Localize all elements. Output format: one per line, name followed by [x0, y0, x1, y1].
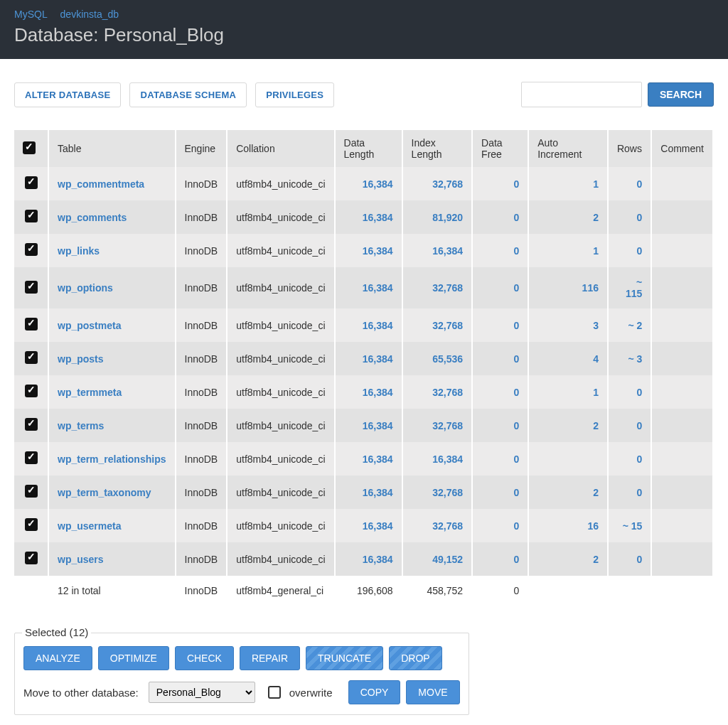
privileges-button[interactable]: PRIVILEGES	[255, 82, 334, 107]
totals-data-free: 0	[472, 576, 528, 606]
row-checkbox[interactable]	[25, 281, 38, 294]
cell-data-free: 0	[472, 476, 528, 509]
cell-collation: utf8mb4_unicode_ci	[227, 267, 334, 308]
col-rows[interactable]: Rows	[608, 130, 651, 167]
row-checkbox[interactable]	[25, 351, 38, 364]
cell-engine: InnoDB	[176, 342, 228, 375]
totals-engine: InnoDB	[176, 576, 228, 606]
cell-data-free: 0	[472, 308, 528, 342]
toolbar: ALTER DATABASE DATABASE SCHEMA PRIVILEGE…	[14, 82, 714, 107]
row-checkbox[interactable]	[25, 485, 38, 498]
table-name-link[interactable]: wp_usermeta	[58, 520, 121, 532]
selected-actions: ANALYZE OPTIMIZE CHECK REPAIR TRUNCATE D…	[23, 646, 460, 670]
table-name-link[interactable]: wp_commentmeta	[58, 178, 144, 190]
col-auto-increment[interactable]: Auto Increment	[528, 130, 608, 167]
cell-comment	[651, 308, 713, 342]
col-engine[interactable]: Engine	[176, 130, 228, 167]
cell-index-length: 32,768	[402, 167, 472, 200]
row-checkbox[interactable]	[25, 243, 38, 256]
table-name-link[interactable]: wp_options	[58, 282, 113, 294]
cell-data-length: 16,384	[335, 234, 402, 267]
table-name-link[interactable]: wp_termmeta	[58, 387, 122, 398]
repair-button[interactable]: REPAIR	[240, 646, 300, 670]
table-row: wp_posts InnoDB utf8mb4_unicode_ci 16,38…	[14, 342, 713, 375]
cell-engine: InnoDB	[176, 375, 228, 409]
check-button[interactable]: CHECK	[175, 646, 234, 670]
cell-auto-increment: 1	[528, 375, 608, 409]
cell-engine: InnoDB	[176, 409, 228, 442]
row-checkbox[interactable]	[25, 318, 38, 331]
col-collation[interactable]: Collation	[227, 130, 334, 167]
row-checkbox[interactable]	[25, 552, 38, 564]
col-select-all	[14, 130, 48, 167]
cell-index-length: 16,384	[402, 234, 472, 267]
cell-comment	[651, 342, 713, 375]
move-database-select[interactable]: Personal_Blog	[149, 682, 255, 703]
select-all-checkbox[interactable]	[23, 141, 36, 154]
cell-comment	[651, 476, 713, 509]
row-checkbox[interactable]	[25, 210, 38, 222]
cell-data-length: 16,384	[335, 375, 402, 409]
overwrite-checkbox[interactable]	[268, 686, 281, 699]
table-name-link[interactable]: wp_term_relationships	[58, 453, 166, 465]
row-checkbox[interactable]	[25, 176, 38, 189]
table-row: wp_termmeta InnoDB utf8mb4_unicode_ci 16…	[14, 375, 713, 409]
optimize-button[interactable]: OPTIMIZE	[98, 646, 169, 670]
cell-data-free: 0	[472, 509, 528, 542]
row-checkbox[interactable]	[25, 385, 38, 397]
table-row: wp_commentmeta InnoDB utf8mb4_unicode_ci…	[14, 167, 713, 200]
col-index-length[interactable]: Index Length	[402, 130, 472, 167]
table-name-link[interactable]: wp_terms	[58, 420, 104, 431]
cell-rows: ~ 15	[608, 509, 651, 542]
totals-label: 12 in total	[48, 576, 176, 606]
col-data-free[interactable]: Data Free	[472, 130, 528, 167]
copy-button[interactable]: COPY	[348, 680, 401, 704]
table-name-link[interactable]: wp_links	[58, 245, 100, 257]
cell-auto-increment: 116	[528, 267, 608, 308]
cell-collation: utf8mb4_unicode_ci	[227, 542, 334, 576]
cell-data-free: 0	[472, 409, 528, 442]
table-name-link[interactable]: wp_comments	[58, 212, 127, 223]
col-comment[interactable]: Comment	[651, 130, 713, 167]
table-name-link[interactable]: wp_users	[58, 554, 104, 565]
cell-auto-increment: 1	[528, 167, 608, 200]
cell-collation: utf8mb4_unicode_ci	[227, 308, 334, 342]
cell-rows: 0	[608, 200, 651, 234]
cell-engine: InnoDB	[176, 509, 228, 542]
truncate-button[interactable]: TRUNCATE	[306, 646, 383, 670]
cell-auto-increment: 2	[528, 476, 608, 509]
search-input[interactable]	[521, 82, 642, 107]
breadcrumb-devkinsta-db[interactable]: devkinsta_db	[60, 9, 119, 20]
table-row: wp_usermeta InnoDB utf8mb4_unicode_ci 16…	[14, 509, 713, 542]
analyze-button[interactable]: ANALYZE	[23, 646, 92, 670]
table-row: wp_postmeta InnoDB utf8mb4_unicode_ci 16…	[14, 308, 713, 342]
table-row: wp_term_relationships InnoDB utf8mb4_uni…	[14, 442, 713, 476]
cell-collation: utf8mb4_unicode_ci	[227, 342, 334, 375]
cell-comment	[651, 200, 713, 234]
cell-auto-increment: 4	[528, 342, 608, 375]
row-checkbox[interactable]	[25, 418, 38, 431]
breadcrumb-mysql[interactable]: MySQL	[14, 9, 48, 20]
search-button[interactable]: SEARCH	[648, 82, 714, 107]
cell-index-length: 49,152	[402, 542, 472, 576]
cell-data-length: 16,384	[335, 267, 402, 308]
cell-auto-increment: 3	[528, 308, 608, 342]
table-name-link[interactable]: wp_term_taxonomy	[58, 487, 151, 498]
col-data-length[interactable]: Data Length	[335, 130, 402, 167]
table-row: wp_comments InnoDB utf8mb4_unicode_ci 16…	[14, 200, 713, 234]
cell-data-length: 16,384	[335, 442, 402, 476]
col-table[interactable]: Table	[48, 130, 176, 167]
cell-index-length: 32,768	[402, 476, 472, 509]
alter-database-button[interactable]: ALTER DATABASE	[14, 82, 121, 107]
cell-rows: 0	[608, 542, 651, 576]
database-schema-button[interactable]: DATABASE SCHEMA	[129, 82, 247, 107]
cell-data-free: 0	[472, 342, 528, 375]
cell-rows: ~ 2	[608, 308, 651, 342]
table-name-link[interactable]: wp_postmeta	[58, 320, 121, 331]
cell-comment	[651, 409, 713, 442]
drop-button[interactable]: DROP	[389, 646, 441, 670]
table-name-link[interactable]: wp_posts	[58, 353, 104, 365]
row-checkbox[interactable]	[25, 518, 38, 531]
row-checkbox[interactable]	[25, 451, 38, 464]
move-button[interactable]: MOVE	[406, 680, 459, 704]
